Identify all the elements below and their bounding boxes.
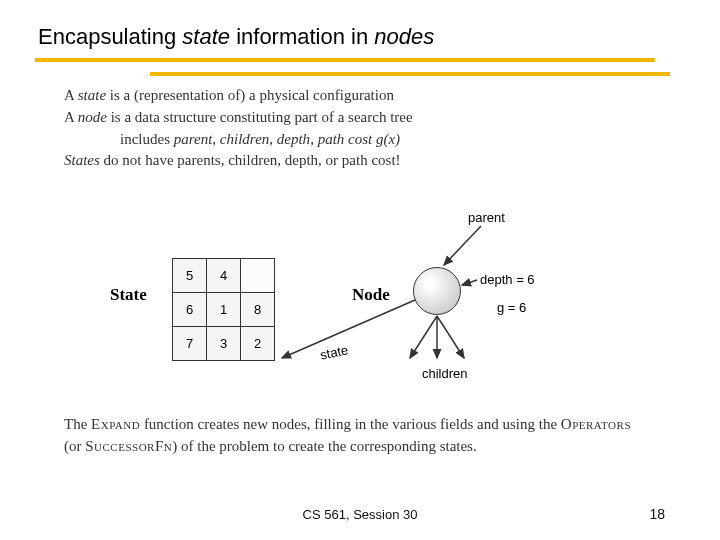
state-grid: 5 4 6 1 8 7 3 2 [172,258,275,361]
node-heading: Node [352,285,390,305]
definitions-block: A state is a (representation of) a physi… [64,85,413,172]
expand-fn-expand: Expand [91,416,140,432]
def-text: , [310,131,318,147]
grid-cell: 6 [173,293,207,327]
svg-line-2 [410,316,437,358]
expand-text-part: function creates new nodes, filling in t… [140,416,561,432]
grid-cell: 3 [207,327,241,361]
grid-cell-empty [241,259,275,293]
expand-text-part: The [64,416,91,432]
depth-annotation: depth = 6 [480,272,535,287]
def-term-state: state [78,87,106,103]
def-text: is a data structure constituting part of… [107,109,413,125]
def-term-depth: depth [277,131,310,147]
def-text: is a (representation of) a physical conf… [106,87,394,103]
grid-cell: 2 [241,327,275,361]
svg-line-5 [282,300,415,358]
svg-line-0 [444,226,481,265]
def-term-pathcost: path cost [318,131,373,147]
def-term-children: children [220,131,269,147]
title-ital-nodes: nodes [374,24,434,49]
def-term-parent: parent [174,131,213,147]
page-number: 18 [649,506,665,522]
g-annotation: g = 6 [497,300,526,315]
children-annotation: children [422,366,468,381]
grid-cell: 5 [173,259,207,293]
def-text: A [64,87,78,103]
grid-cell: 8 [241,293,275,327]
grid-cell: 1 [207,293,241,327]
def-term-node: node [78,109,107,125]
state-annotation: state [319,342,350,363]
title-rule-1 [35,58,655,62]
def-text: do not have parents, children, depth, or… [100,152,401,168]
expand-text-part: (or [64,438,85,454]
diagram-arrows [0,0,720,540]
expand-paragraph: The Expand function creates new nodes, f… [64,414,639,458]
expand-fn-successor: SuccessorFn [85,438,172,454]
slide-title: Encapsulating state information in nodes [38,24,434,50]
def-text: A [64,109,78,125]
expand-text-part: ) of the problem to create the correspon… [172,438,476,454]
def-term-states: States [64,152,100,168]
footer-text: CS 561, Session 30 [0,507,720,522]
def-text: includes [120,131,174,147]
def-term-gx: g(x) [376,131,400,147]
title-part: information in [230,24,374,49]
svg-line-4 [437,316,464,358]
title-part: Encapsulating [38,24,182,49]
def-text: , [212,131,220,147]
state-heading: State [110,285,147,305]
def-text: , [269,131,277,147]
grid-cell: 7 [173,327,207,361]
title-ital-state: state [182,24,230,49]
parent-annotation: parent [468,210,505,225]
svg-line-1 [462,280,477,285]
grid-cell: 4 [207,259,241,293]
title-rule-2 [150,72,670,76]
node-circle-icon [413,267,461,315]
expand-fn-operators: Operators [561,416,631,432]
